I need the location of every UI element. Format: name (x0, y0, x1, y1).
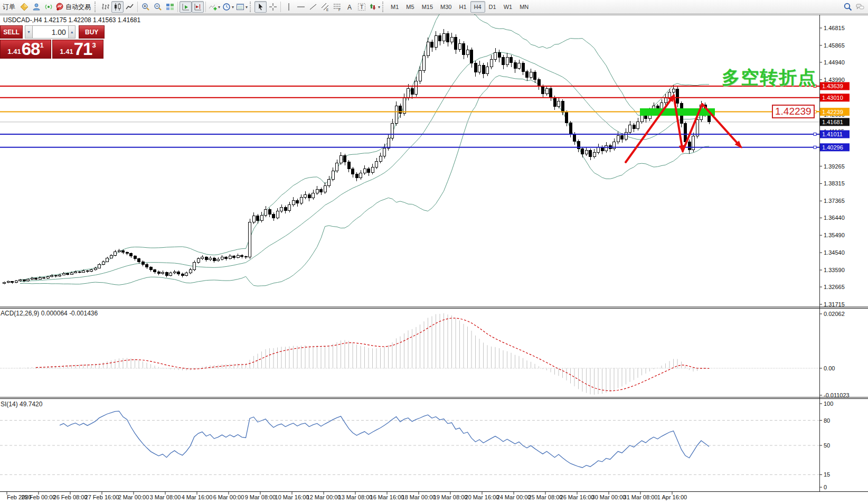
candle-body (605, 145, 608, 151)
buy-button[interactable]: BUY (79, 25, 105, 39)
level-line-marker[interactable] (814, 146, 816, 148)
svg-text:9 Mar 08:00: 9 Mar 08:00 (245, 494, 276, 500)
candle-body (268, 209, 271, 214)
volume-increase-button[interactable]: ▲ (68, 25, 76, 39)
chevron-down-icon[interactable]: ▾ (246, 5, 248, 10)
bar-chart-icon (101, 3, 110, 11)
sell-price-display[interactable]: 1.41 68 1 (0, 40, 51, 59)
autotrading-button[interactable]: 自动交易 (54, 1, 93, 13)
turning-point-annotation[interactable]: 多空转折点 (722, 66, 817, 90)
candle-body (407, 89, 410, 98)
text-button[interactable]: A (343, 1, 355, 13)
svg-text:1.34540: 1.34540 (824, 249, 845, 256)
candle-body (371, 167, 374, 172)
tf-d1[interactable]: D1 (485, 1, 500, 13)
candle-body (94, 268, 97, 269)
candle-body (347, 162, 350, 169)
toolbar-separator (137, 2, 138, 12)
candle-body (67, 274, 69, 274)
candle-body (23, 280, 25, 281)
macd-indicator-label: ACD(12,26,9) 0.000064 -0.001436 (1, 310, 98, 317)
svg-text:1.37365: 1.37365 (824, 198, 845, 204)
templates-icon (236, 3, 244, 11)
candle-body (375, 162, 378, 167)
vertical-line-button[interactable] (282, 1, 295, 13)
line-chart-button[interactable] (124, 1, 136, 13)
svg-text:25 Feb 00:00: 25 Feb 00:00 (22, 494, 56, 500)
candle-body (688, 142, 691, 150)
templates-button[interactable]: ▾ (235, 1, 249, 13)
text-label-button[interactable]: T (355, 1, 367, 13)
tf-h4-label: H4 (471, 4, 484, 10)
candle-body (463, 44, 465, 55)
zoom-out-button[interactable] (152, 1, 164, 13)
tf-h4[interactable]: H4 (470, 1, 485, 13)
new-order-button[interactable]: 订单 (0, 1, 18, 13)
candle-body (257, 216, 259, 221)
chat-icon[interactable] (854, 1, 866, 13)
arrows-button[interactable]: ▾ (367, 1, 381, 13)
tf-mn-label: MN (517, 4, 531, 10)
svg-text:30 Mar 00:00: 30 Mar 00:00 (592, 494, 626, 500)
candle-body (320, 189, 323, 192)
toolbar-drag-handle[interactable] (95, 2, 97, 12)
chart-shift-button[interactable] (192, 1, 204, 13)
periods-button[interactable]: ▾ (221, 1, 235, 13)
chevron-down-icon[interactable]: ▾ (218, 5, 220, 10)
indicators-button[interactable]: ▾ (207, 1, 221, 13)
price-tag-annotation[interactable]: 1.42239 (772, 105, 815, 118)
toolbar-drag-handle[interactable] (250, 2, 252, 12)
search-icon[interactable] (842, 1, 854, 13)
candle-body (506, 58, 508, 64)
tf-m15[interactable]: M15 (418, 1, 437, 13)
candle-body (102, 262, 105, 264)
candle-body (51, 275, 53, 277)
tf-h1[interactable]: H1 (455, 1, 470, 13)
sell-button[interactable]: SELL (0, 25, 23, 39)
candle-body (391, 124, 394, 138)
bar-chart-button[interactable] (99, 1, 111, 13)
chevron-down-icon[interactable]: ▾ (232, 5, 234, 10)
community-button[interactable] (30, 1, 42, 13)
candle-body (324, 185, 326, 192)
tf-mn[interactable]: MN (516, 1, 532, 13)
candle-body (118, 250, 120, 252)
volume-decrease-button[interactable]: ▼ (25, 25, 33, 39)
candlestick-chart-button[interactable] (111, 1, 124, 13)
metaeditor-button[interactable] (18, 1, 30, 13)
volume-input[interactable]: 1.00 (33, 25, 68, 39)
candle-body (403, 98, 405, 113)
zoom-in-button[interactable] (139, 1, 152, 13)
tf-m5[interactable]: M5 (402, 1, 418, 13)
toolbar-drag-handle[interactable] (382, 2, 385, 12)
crosshair-button[interactable] (267, 1, 279, 13)
tf-m30[interactable]: M30 (437, 1, 455, 13)
signals-button[interactable] (42, 1, 54, 13)
candle-body (233, 256, 235, 257)
tf-h1-label: H1 (456, 4, 469, 10)
tile-windows-button[interactable] (164, 1, 176, 13)
candle-body (106, 258, 109, 262)
horizontal-line-button[interactable] (295, 1, 307, 13)
cursor-button[interactable] (254, 1, 267, 13)
candle-body (225, 257, 228, 258)
candle-body (672, 89, 675, 92)
chevron-down-icon[interactable]: ▾ (378, 5, 380, 10)
trendline-button[interactable] (307, 1, 319, 13)
candle-body (74, 272, 77, 273)
svg-text:100: 100 (824, 400, 833, 407)
candle-body (11, 282, 14, 283)
candle-body (637, 122, 639, 128)
candle-body (395, 106, 398, 124)
level-line-marker[interactable] (814, 133, 816, 136)
auto-scroll-button[interactable] (180, 1, 192, 13)
equidistant-channel-button[interactable]: E (319, 1, 331, 13)
tf-w1[interactable]: W1 (500, 1, 516, 13)
axis-price-label-text: 1.40296 (822, 144, 843, 151)
fibonacci-button[interactable]: F (331, 1, 343, 13)
tf-m1[interactable]: M1 (387, 1, 402, 13)
sell-price-prefix: 1.41 (7, 46, 21, 57)
candle-body (134, 256, 136, 259)
buy-price-display[interactable]: 1.41 71 3 (52, 40, 103, 59)
candle-body (185, 273, 188, 275)
